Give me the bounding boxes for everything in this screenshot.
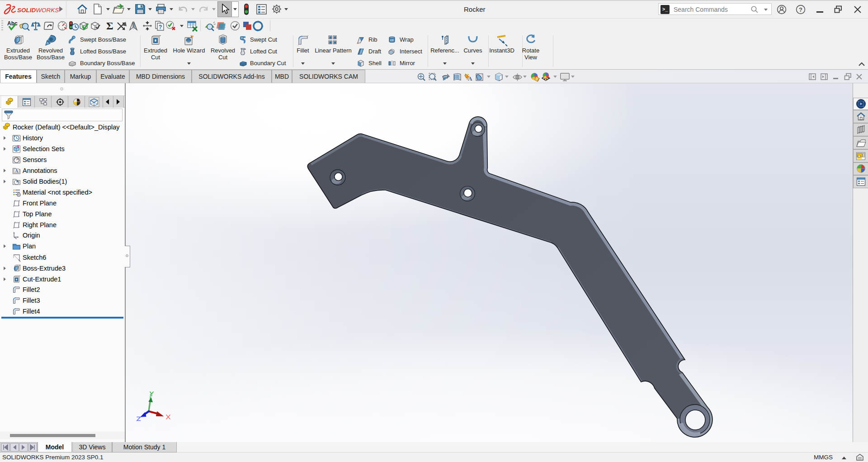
svg-text:cd: cd — [390, 38, 394, 42]
svg-text:Σ: Σ — [106, 20, 113, 32]
svg-text:?: ? — [799, 6, 802, 13]
svg-text:A: A — [15, 169, 18, 173]
svg-text:?: ? — [159, 24, 162, 30]
svg-text:Abc: Abc — [7, 20, 18, 27]
svg-text:A: A — [468, 75, 472, 82]
